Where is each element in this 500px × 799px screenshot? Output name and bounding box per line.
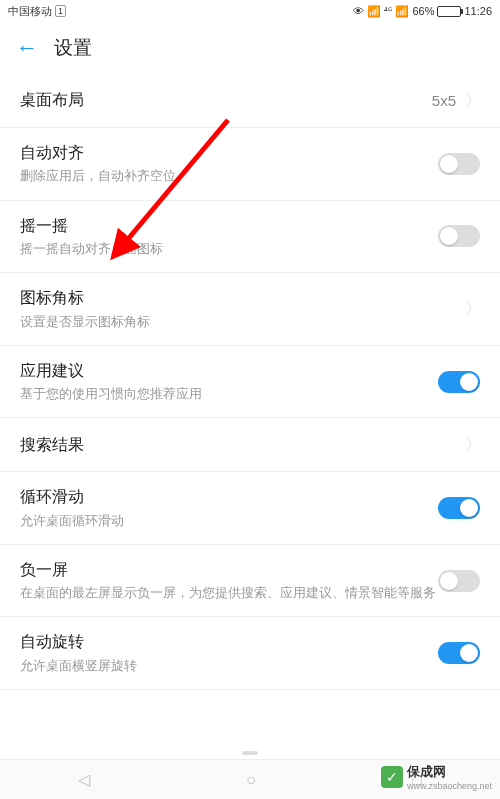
item-subtitle: 允许桌面横竖屏旋转 xyxy=(20,657,438,675)
item-title: 搜索结果 xyxy=(20,434,466,456)
page-indicator xyxy=(242,751,258,755)
toggle-minus-screen[interactable] xyxy=(438,570,480,592)
watermark-url: www.zsbaocheng.net xyxy=(407,781,492,791)
chevron-right-icon: 〉 xyxy=(466,92,480,110)
item-desktop-layout[interactable]: 桌面布局 5x5 〉 xyxy=(0,74,500,128)
item-auto-align[interactable]: 自动对齐 删除应用后，自动补齐空位 xyxy=(0,128,500,201)
item-title: 应用建议 xyxy=(20,360,438,382)
item-subtitle: 摇一摇自动对齐桌面图标 xyxy=(20,240,438,258)
item-title: 摇一摇 xyxy=(20,215,438,237)
item-loop-scroll[interactable]: 循环滑动 允许桌面循环滑动 xyxy=(0,472,500,545)
carrier-label: 中国移动 xyxy=(8,4,52,19)
status-bar: 中国移动 1 👁 📶 ⁴ᴳ 📶 66% 11:26 xyxy=(0,0,500,22)
toggle-auto-align[interactable] xyxy=(438,153,480,175)
page-title: 设置 xyxy=(54,35,92,61)
nav-back-icon[interactable]: ◁ xyxy=(78,770,90,789)
item-subtitle: 基于您的使用习惯向您推荐应用 xyxy=(20,385,438,403)
chevron-right-icon: 〉 xyxy=(466,300,480,318)
item-title: 桌面布局 xyxy=(20,89,432,111)
item-title: 自动对齐 xyxy=(20,142,438,164)
toggle-loop-scroll[interactable] xyxy=(438,497,480,519)
sim-badge: 1 xyxy=(55,5,66,17)
watermark: ✓ 保成网 www.zsbaocheng.net xyxy=(381,763,492,791)
item-subtitle: 删除应用后，自动补齐空位 xyxy=(20,167,438,185)
item-title: 自动旋转 xyxy=(20,631,438,653)
toggle-app-suggest[interactable] xyxy=(438,371,480,393)
item-minus-screen[interactable]: 负一屏 在桌面的最左屏显示负一屏，为您提供搜索、应用建议、情景智能等服务 xyxy=(0,545,500,618)
signal-bars-icon: 📶 xyxy=(395,5,409,18)
item-app-suggest[interactable]: 应用建议 基于您的使用习惯向您推荐应用 xyxy=(0,346,500,419)
settings-list: 桌面布局 5x5 〉 自动对齐 删除应用后，自动补齐空位 摇一摇 摇一摇自动对齐… xyxy=(0,74,500,690)
status-time: 11:26 xyxy=(464,5,492,17)
wifi-icon: 📶 xyxy=(367,5,381,18)
signal-icon: ⁴ᴳ xyxy=(384,6,392,16)
item-search-result[interactable]: 搜索结果 〉 xyxy=(0,418,500,472)
toggle-shake[interactable] xyxy=(438,225,480,247)
item-subtitle: 在桌面的最左屏显示负一屏，为您提供搜索、应用建议、情景智能等服务 xyxy=(20,584,438,602)
watermark-logo-icon: ✓ xyxy=(381,766,403,788)
eye-icon: 👁 xyxy=(353,5,364,17)
item-auto-rotate[interactable]: 自动旋转 允许桌面横竖屏旋转 xyxy=(0,617,500,690)
item-title: 循环滑动 xyxy=(20,486,438,508)
item-title: 负一屏 xyxy=(20,559,438,581)
battery-icon xyxy=(437,6,461,17)
chevron-right-icon: 〉 xyxy=(466,436,480,454)
battery-percent: 66% xyxy=(412,5,434,17)
nav-home-icon[interactable]: ○ xyxy=(246,771,256,789)
item-shake[interactable]: 摇一摇 摇一摇自动对齐桌面图标 xyxy=(0,201,500,274)
item-title: 图标角标 xyxy=(20,287,466,309)
toggle-auto-rotate[interactable] xyxy=(438,642,480,664)
header: ← 设置 xyxy=(0,22,500,74)
item-value: 5x5 xyxy=(432,92,456,109)
item-subtitle: 设置是否显示图标角标 xyxy=(20,313,466,331)
item-subtitle: 允许桌面循环滑动 xyxy=(20,512,438,530)
item-icon-badge[interactable]: 图标角标 设置是否显示图标角标 〉 xyxy=(0,273,500,346)
back-icon[interactable]: ← xyxy=(16,35,38,61)
watermark-name: 保成网 xyxy=(407,763,492,781)
